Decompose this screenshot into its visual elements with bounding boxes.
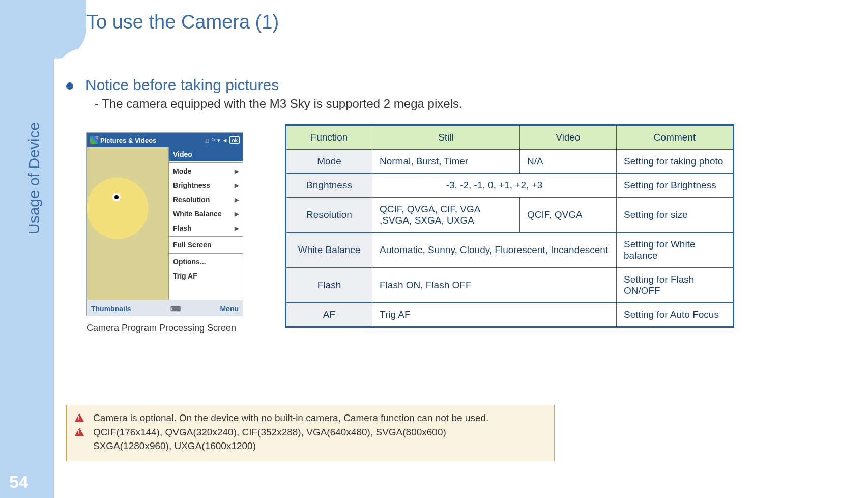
cell-merged: Trig AF (372, 303, 617, 327)
cell-merged: -3, -2, -1, 0, +1, +2, +3 (372, 174, 617, 198)
cell-video: QCIF, QVGA (520, 198, 617, 233)
menu-item-resolution[interactable]: Resolution▶ (169, 192, 243, 207)
bullet-heading: Notice before taking pictures (66, 76, 279, 94)
thumbnails-button[interactable]: Thumbnails (91, 305, 131, 313)
ok-badge: ok (229, 136, 240, 144)
cell-comment: Setting for taking photo (617, 150, 734, 174)
table-header-row: Function Still Video Comment (286, 125, 734, 150)
side-column (0, 0, 54, 498)
table-row: AF Trig AF Setting for Auto Focus (286, 303, 734, 327)
warning-text: Camera is optional. On the device with n… (93, 411, 488, 425)
menu-button[interactable]: Menu (220, 305, 239, 313)
page-number: 54 (9, 472, 28, 492)
bullet-title-text: Notice before taking pictures (85, 76, 279, 94)
cell-video: N/A (520, 150, 617, 174)
bullet-subtext: - The camera equipped with the M3 Sky is… (95, 97, 462, 111)
submenu-arrow-icon: ▶ (235, 211, 239, 217)
table-row: Flash Flash ON, Flash OFF Setting for Fl… (286, 268, 734, 303)
screenshot-titlebar: Pictures & Videos ◫ ⚐ ▾ ◄ ok (87, 133, 243, 147)
cell-function: AF (286, 303, 372, 327)
header-function: Function (286, 125, 372, 150)
cell-function: Resolution (286, 198, 372, 233)
submenu-arrow-icon: ▶ (235, 225, 239, 232)
menu-label: White Balance (173, 210, 222, 218)
menu-item-full-screen[interactable]: Full Screen (169, 238, 243, 252)
menu-item-mode[interactable]: Mode▶ (169, 164, 243, 178)
menu-label: Brightness (173, 181, 210, 189)
bullet-icon (66, 82, 73, 90)
cell-function: White Balance (286, 233, 372, 268)
cell-still: QCIF, QVGA, CIF, VGA ,SVGA, SXGA, UXGA (372, 198, 520, 233)
preview-graphic (112, 193, 121, 201)
device-screenshot: Pictures & Videos ◫ ⚐ ▾ ◄ ok Video Mode▶… (86, 132, 243, 334)
warning-row: SXGA(1280x960), UXGA(1600x1200) (75, 439, 546, 453)
keyboard-icon[interactable]: ⌨ (170, 305, 181, 313)
camera-preview (87, 147, 168, 300)
menu-item-video[interactable]: Video (169, 147, 243, 161)
cell-merged: Flash ON, Flash OFF (372, 268, 617, 303)
header-still: Still (372, 125, 520, 150)
section-label: Usage of Device (25, 122, 43, 234)
function-table: Function Still Video Comment Mode Normal… (285, 124, 734, 328)
cell-comment: Setting for White balance (617, 233, 734, 268)
cell-function: Mode (286, 150, 372, 174)
cell-function: Flash (286, 268, 372, 303)
status-icons: ◫ ⚐ ▾ ◄ (204, 137, 227, 144)
warning-icon (75, 428, 84, 436)
warning-text: QCIF(176x144), QVGA(320x240), CIF(352x28… (93, 426, 446, 439)
submenu-arrow-icon: ▶ (235, 168, 239, 175)
menu-item-white-balance[interactable]: White Balance▶ (169, 207, 243, 221)
windows-icon (90, 136, 98, 144)
header-comment: Comment (617, 125, 734, 150)
context-menu: Video Mode▶ Brightness▶ Resolution▶ Whit… (168, 147, 243, 300)
warning-row: Camera is optional. On the device with n… (75, 411, 546, 425)
menu-item-brightness[interactable]: Brightness▶ (169, 178, 243, 192)
cell-comment: Setting for Flash ON/OFF (617, 268, 734, 303)
cell-merged: Automatic, Sunny, Cloudy, Fluorescent, I… (372, 233, 617, 268)
screenshot-caption: Camera Program Processing Screen (86, 323, 243, 334)
submenu-arrow-icon: ▶ (235, 197, 239, 203)
header-video: Video (520, 125, 617, 150)
table-row: Brightness -3, -2, -1, 0, +1, +2, +3 Set… (286, 174, 734, 198)
cell-comment: Setting for size (617, 198, 734, 233)
cell-comment: Setting for Auto Focus (617, 303, 734, 327)
menu-label: Mode (173, 167, 192, 175)
warning-icon (75, 413, 84, 422)
warning-box: Camera is optional. On the device with n… (66, 405, 555, 461)
page-title: To use the Camera (1) (86, 11, 279, 33)
menu-item-options[interactable]: Options... (169, 255, 243, 269)
cell-still: Normal, Burst, Timer (372, 150, 520, 174)
cell-comment: Setting for Brightness (617, 174, 734, 198)
screenshot-frame: Pictures & Videos ◫ ⚐ ▾ ◄ ok Video Mode▶… (86, 132, 243, 316)
submenu-arrow-icon: ▶ (235, 182, 239, 189)
table-row: Resolution QCIF, QVGA, CIF, VGA ,SVGA, S… (286, 198, 734, 233)
menu-item-trig-af[interactable]: Trig AF (169, 269, 243, 283)
screenshot-title: Pictures & Videos (100, 136, 202, 144)
cell-function: Brightness (286, 174, 372, 198)
table-row: Mode Normal, Burst, Timer N/A Setting fo… (286, 150, 734, 174)
warning-row: QCIF(176x144), QVGA(320x240), CIF(352x28… (75, 426, 546, 439)
table-row: White Balance Automatic, Sunny, Cloudy, … (286, 233, 734, 268)
menu-label: Flash (173, 224, 192, 232)
warning-text: SXGA(1280x960), UXGA(1600x1200) (93, 439, 256, 453)
screenshot-bottom-bar: Thumbnails ⌨ Menu (87, 300, 243, 316)
menu-item-flash[interactable]: Flash▶ (169, 221, 243, 235)
menu-label: Resolution (173, 196, 210, 204)
screenshot-body: Video Mode▶ Brightness▶ Resolution▶ Whit… (87, 147, 243, 300)
